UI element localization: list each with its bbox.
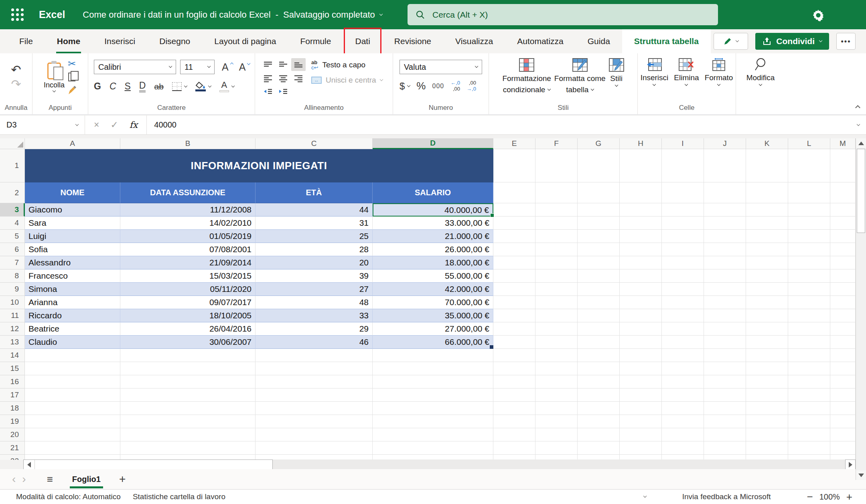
vertical-scrollbar-track[interactable] <box>856 138 866 480</box>
cell-M13[interactable] <box>830 336 856 349</box>
cell-I7[interactable] <box>662 256 704 269</box>
cell-B15[interactable] <box>120 362 256 375</box>
cell-I1[interactable] <box>662 149 704 182</box>
cell-J13[interactable] <box>704 336 746 349</box>
row-header-10[interactable]: 10 <box>0 296 25 309</box>
cell-J15[interactable] <box>704 362 746 375</box>
column-header-J[interactable]: J <box>704 138 746 149</box>
column-header-B[interactable]: B <box>120 138 256 149</box>
cell-C18[interactable] <box>256 402 373 415</box>
align-center-button[interactable] <box>276 72 290 85</box>
cell-L16[interactable] <box>788 375 830 389</box>
cell-E13[interactable] <box>493 336 535 349</box>
cell-B7[interactable]: 21/09/2014 <box>120 256 256 269</box>
cell-D14[interactable] <box>373 349 493 362</box>
double-underline-button[interactable]: D <box>139 81 146 92</box>
cell-A17[interactable] <box>25 389 120 402</box>
horizontal-scrollbar[interactable] <box>23 459 273 470</box>
editing-button[interactable]: Modifica <box>746 58 775 85</box>
bold-button[interactable]: G <box>94 81 101 92</box>
cell-K15[interactable] <box>746 362 788 375</box>
cell-B3[interactable]: 11/12/2008 <box>120 203 256 217</box>
align-top-button[interactable] <box>261 58 275 71</box>
cell-C7[interactable]: 20 <box>256 256 373 269</box>
cell-K19[interactable] <box>746 415 788 428</box>
increase-font-size-button[interactable]: A <box>222 62 229 72</box>
cell-styles-button[interactable]: Stili <box>609 58 624 86</box>
cell-F2[interactable] <box>535 182 578 203</box>
row-header-11[interactable]: 11 <box>0 309 25 322</box>
cell-G6[interactable] <box>578 243 620 256</box>
cancel-entry-button[interactable]: × <box>94 119 99 130</box>
cell-F20[interactable] <box>535 428 578 441</box>
cell-E16[interactable] <box>493 375 535 389</box>
row-header-2[interactable]: 2 <box>0 182 25 203</box>
cell-L11[interactable] <box>788 309 830 322</box>
column-header-C[interactable]: C <box>256 138 373 149</box>
cell-A9[interactable]: Simona <box>25 283 120 296</box>
cell-A20[interactable] <box>25 428 120 441</box>
cell-C19[interactable] <box>256 415 373 428</box>
cell-K3[interactable] <box>746 203 788 217</box>
cell-H21[interactable] <box>620 441 662 455</box>
column-header-I[interactable]: I <box>662 138 704 149</box>
vertical-scrollbar-thumb[interactable] <box>857 149 865 233</box>
cell-J21[interactable] <box>704 441 746 455</box>
cell-F19[interactable] <box>535 415 578 428</box>
cell-F13[interactable] <box>535 336 578 349</box>
cell-I3[interactable] <box>662 203 704 217</box>
cell-G4[interactable] <box>578 217 620 230</box>
cell-K5[interactable] <box>746 230 788 243</box>
tab-dati[interactable]: Dati <box>343 29 382 53</box>
cell-E8[interactable] <box>493 269 535 283</box>
cell-H2[interactable] <box>620 182 662 203</box>
confirm-entry-button[interactable]: ✓ <box>110 119 118 130</box>
cell-I4[interactable] <box>662 217 704 230</box>
cell-D13[interactable]: 66.000,00 € <box>373 336 493 349</box>
column-header-E[interactable]: E <box>493 138 535 149</box>
sheet-tab-foglio1[interactable]: Foglio1 <box>68 469 105 489</box>
cell-J11[interactable] <box>704 309 746 322</box>
align-bottom-button[interactable] <box>291 58 306 71</box>
cell-F15[interactable] <box>535 362 578 375</box>
cell-C4[interactable]: 31 <box>256 217 373 230</box>
percent-format-button[interactable]: % <box>416 80 426 92</box>
cell-C12[interactable]: 29 <box>256 322 373 336</box>
cell-E1[interactable] <box>493 149 535 182</box>
fill-color-button[interactable] <box>195 82 211 91</box>
cell-D17[interactable] <box>373 389 493 402</box>
cell-H17[interactable] <box>620 389 662 402</box>
cell-J3[interactable] <box>704 203 746 217</box>
cell-E15[interactable] <box>493 362 535 375</box>
delete-cells-button[interactable]: Elimina <box>674 58 699 85</box>
cell-M8[interactable] <box>830 269 856 283</box>
cell-G12[interactable] <box>578 322 620 336</box>
cell-D4[interactable]: 33.000,00 € <box>373 217 493 230</box>
cell-B18[interactable] <box>120 402 256 415</box>
tab-inserisci[interactable]: Inserisci <box>92 29 147 53</box>
cell-L5[interactable] <box>788 230 830 243</box>
cell-A8[interactable]: Francesco <box>25 269 120 283</box>
cell-B21[interactable] <box>120 441 256 455</box>
thousands-format-button[interactable]: 000 <box>432 83 444 90</box>
cell-B11[interactable]: 18/10/2005 <box>120 309 256 322</box>
title-chevron-down-icon[interactable] <box>379 12 382 15</box>
cell-H18[interactable] <box>620 402 662 415</box>
cell-G17[interactable] <box>578 389 620 402</box>
cell-A19[interactable] <box>25 415 120 428</box>
cell-C6[interactable]: 28 <box>256 243 373 256</box>
cell-C14[interactable] <box>256 349 373 362</box>
cell-H12[interactable] <box>620 322 662 336</box>
cell-I9[interactable] <box>662 283 704 296</box>
cell-G20[interactable] <box>578 428 620 441</box>
cell-H11[interactable] <box>620 309 662 322</box>
cell-A13[interactable]: Claudio <box>25 336 120 349</box>
cell-C20[interactable] <box>256 428 373 441</box>
cell-L14[interactable] <box>788 349 830 362</box>
cell-K1[interactable] <box>746 149 788 182</box>
insert-cells-button[interactable]: Inserisci <box>641 58 669 85</box>
cell-I10[interactable] <box>662 296 704 309</box>
cell-F8[interactable] <box>535 269 578 283</box>
cell-I14[interactable] <box>662 349 704 362</box>
cell-C15[interactable] <box>256 362 373 375</box>
